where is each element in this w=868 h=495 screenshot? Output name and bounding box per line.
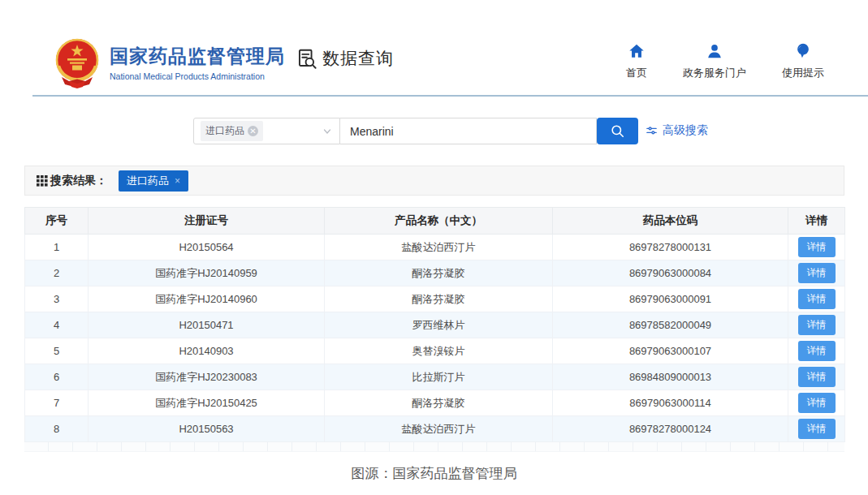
- table-row: 3 国药准字HJ20140960 酮洛芬凝胶 86979063000091 详情: [25, 286, 845, 312]
- advanced-search-label: 高级搜索: [663, 123, 708, 138]
- cell-drug-code: 86978278000124: [553, 416, 788, 442]
- detail-button[interactable]: 详情: [798, 289, 836, 309]
- category-tag-close-icon[interactable]: ✕: [248, 126, 258, 136]
- cell-detail: 详情: [788, 364, 845, 390]
- cell-product-name: 酮洛芬凝胶: [325, 260, 553, 286]
- cell-cert-no: 国药准字HJ20150425: [89, 390, 325, 416]
- results-table: 序号 注册证号 产品名称（中文） 药品本位码 详情 1 H20150564 盐酸…: [24, 207, 845, 442]
- results-bar: 搜索结果： 进口药品 ×: [24, 166, 844, 196]
- table-row: 4 H20150471 罗西维林片 86978582000049 详情: [25, 312, 845, 338]
- home-icon: [628, 42, 646, 60]
- detail-button[interactable]: 详情: [798, 393, 836, 413]
- nav-label-tips: 使用提示: [782, 66, 824, 80]
- cell-drug-code: 86984809000013: [553, 364, 788, 390]
- search-icon: [610, 123, 625, 139]
- cell-drug-code: 86978582000049: [553, 312, 788, 338]
- cell-detail: 详情: [788, 312, 845, 338]
- detail-button[interactable]: 详情: [798, 237, 836, 257]
- cell-drug-code: 86979063000114: [553, 390, 788, 416]
- nav-item-portal[interactable]: 政务服务门户: [683, 42, 746, 80]
- col-header-cert-no: 注册证号: [89, 208, 325, 235]
- cell-index: 5: [25, 338, 89, 364]
- advanced-search-link[interactable]: 高级搜索: [646, 123, 708, 138]
- cell-drug-code: 86978278000131: [553, 235, 788, 260]
- nmpa-data-query-page: 国家药品监督管理局 National Medical Products Admi…: [0, 0, 868, 495]
- cell-detail: 详情: [788, 416, 845, 442]
- cell-product-name: 盐酸达泊西汀片: [325, 416, 553, 442]
- col-header-detail: 详情: [788, 208, 845, 235]
- category-tag-label: 进口药品: [205, 124, 244, 138]
- nav-label-portal: 政务服务门户: [683, 66, 746, 80]
- header: 国家药品监督管理局 National Medical Products Admi…: [0, 0, 868, 95]
- document-search-icon: [296, 48, 318, 70]
- cell-cert-no: H20150471: [89, 312, 325, 338]
- cell-product-name: 盐酸达泊西汀片: [325, 235, 553, 260]
- top-nav: 首页 政务服务门户 使用提示: [626, 42, 824, 80]
- cell-index: 7: [25, 390, 89, 416]
- filter-tag-label: 进口药品: [127, 174, 169, 188]
- user-icon: [706, 42, 723, 60]
- grid-icon: [37, 175, 48, 187]
- hint-icon: [794, 42, 812, 60]
- agency-logo[interactable]: 国家药品监督管理局 National Medical Products Admi…: [51, 37, 285, 90]
- search-bar: 进口药品 ✕ 高级搜索: [0, 118, 868, 144]
- cell-cert-no: 国药准字HJ20140959: [89, 260, 325, 286]
- page-title: 数据查询: [322, 47, 394, 70]
- results-label: 搜索结果：: [50, 174, 107, 188]
- agency-title: 国家药品监督管理局: [110, 45, 285, 68]
- table-row: 8 H20150563 盐酸达泊西汀片 86978278000124 详情: [25, 416, 845, 442]
- partial-next-row-strip: [24, 442, 844, 452]
- cell-drug-code: 86979063000107: [553, 338, 788, 364]
- nav-item-tips[interactable]: 使用提示: [782, 42, 824, 80]
- cell-drug-code: 86979063000084: [553, 260, 788, 286]
- detail-button[interactable]: 详情: [798, 315, 836, 335]
- nav-item-home[interactable]: 首页: [626, 42, 647, 80]
- col-header-product-name: 产品名称（中文）: [325, 208, 553, 235]
- detail-button[interactable]: 详情: [798, 263, 836, 283]
- cell-product-name: 酮洛芬凝胶: [325, 390, 553, 416]
- cell-cert-no: 国药准字HJ20230083: [89, 364, 325, 390]
- detail-button[interactable]: 详情: [798, 367, 836, 387]
- page-title-block: 数据查询: [296, 47, 394, 70]
- agency-logo-text: 国家药品监督管理局 National Medical Products Admi…: [110, 45, 285, 81]
- cell-index: 3: [25, 286, 89, 312]
- cell-product-name: 奥替溴铵片: [325, 338, 553, 364]
- detail-button[interactable]: 详情: [798, 341, 836, 361]
- search-button[interactable]: [597, 118, 638, 144]
- cell-cert-no: H20150564: [89, 235, 325, 260]
- cell-product-name: 罗西维林片: [325, 312, 553, 338]
- detail-button[interactable]: 详情: [798, 419, 836, 439]
- cell-index: 2: [25, 260, 89, 286]
- cell-cert-no: H20150563: [89, 416, 325, 442]
- cell-detail: 详情: [788, 286, 845, 312]
- cell-detail: 详情: [788, 260, 845, 286]
- cell-cert-no: H20140903: [89, 338, 325, 364]
- cell-product-name: 比拉斯汀片: [325, 364, 553, 390]
- table-row: 1 H20150564 盐酸达泊西汀片 86978278000131 详情: [25, 235, 845, 260]
- table-row: 7 国药准字HJ20150425 酮洛芬凝胶 86979063000114 详情: [25, 390, 845, 416]
- results-table-header: 序号 注册证号 产品名称（中文） 药品本位码 详情: [25, 208, 845, 235]
- cell-index: 6: [25, 364, 89, 390]
- filter-tag-close-icon[interactable]: ×: [175, 176, 180, 186]
- category-select[interactable]: 进口药品 ✕: [193, 118, 340, 144]
- agency-subtitle: National Medical Products Administration: [110, 71, 285, 81]
- nav-label-home: 首页: [626, 66, 647, 80]
- cell-index: 1: [25, 235, 89, 260]
- search-input[interactable]: [340, 118, 597, 144]
- chevron-down-icon: [322, 127, 332, 136]
- header-divider: [32, 95, 868, 97]
- filter-tag: 进口药品 ×: [119, 170, 188, 192]
- image-source-caption: 图源：国家药品监督管理局: [0, 464, 868, 483]
- cell-cert-no: 国药准字HJ20140960: [89, 286, 325, 312]
- cell-detail: 详情: [788, 235, 845, 260]
- national-emblem-icon: [51, 37, 103, 90]
- cell-detail: 详情: [788, 390, 845, 416]
- table-row: 2 国药准字HJ20140959 酮洛芬凝胶 86979063000084 详情: [25, 260, 845, 286]
- results-table-body: 1 H20150564 盐酸达泊西汀片 86978278000131 详情 2 …: [25, 235, 845, 442]
- cell-drug-code: 86979063000091: [553, 286, 788, 312]
- table-row: 5 H20140903 奥替溴铵片 86979063000107 详情: [25, 338, 845, 364]
- cell-index: 4: [25, 312, 89, 338]
- cell-product-name: 酮洛芬凝胶: [325, 286, 553, 312]
- filter-sliders-icon: [646, 125, 658, 137]
- category-tag: 进口药品 ✕: [201, 121, 263, 141]
